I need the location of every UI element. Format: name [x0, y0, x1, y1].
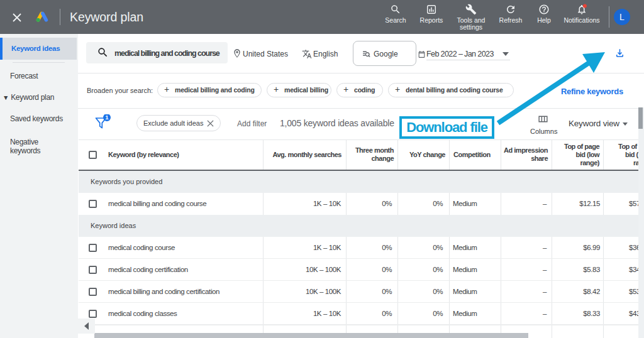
svg-text:1: 1 — [105, 114, 109, 121]
